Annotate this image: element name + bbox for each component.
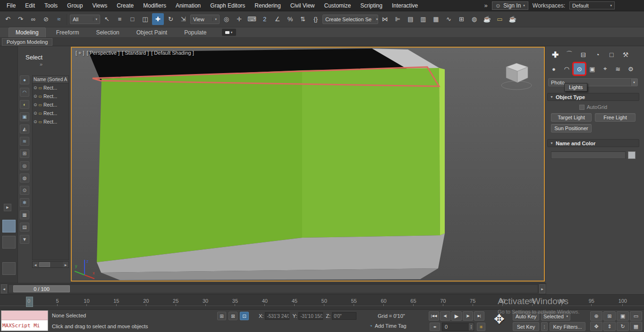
explorer-helpers-icon[interactable]: ◭ (20, 124, 29, 133)
visibility-eye-icon[interactable]: ⊙ (34, 94, 37, 99)
sign-in-dropdown[interactable]: ☺ Sign In ▾ (492, 1, 528, 10)
menu-item[interactable]: Tools (40, 2, 62, 9)
ribbon-tab[interactable]: Object Paint (130, 28, 174, 37)
light-type-dropdown[interactable]: Photo ▾ (548, 78, 638, 86)
explorer-cameras-icon[interactable]: ▣ (20, 112, 29, 121)
spacewarps-category-icon[interactable]: ≋ (612, 63, 624, 75)
use-pivot-center-icon[interactable]: ◎ (220, 13, 232, 25)
key-step-buttons[interactable]: ◂▸ (430, 323, 440, 331)
select-and-link-icon[interactable]: ∞ (27, 13, 39, 25)
key-filters-button[interactable]: Key Filters... (550, 322, 585, 331)
3d-scene[interactable]: z x y (72, 48, 544, 281)
go-to-end-button[interactable]: ▶| (474, 311, 484, 321)
object-color-swatch[interactable] (628, 151, 636, 159)
menu-item[interactable]: Animation (171, 2, 205, 9)
right-wall-edge[interactable] (439, 68, 445, 235)
time-back-button[interactable]: ◀ (1, 284, 7, 293)
scroll-right-icon[interactable]: ▶ (63, 262, 68, 267)
scene-object-row[interactable]: ⊙ ▭ Rect... (33, 109, 68, 117)
shapes-category-icon[interactable]: ◠ (561, 63, 572, 75)
material-editor-icon[interactable]: ◍ (468, 13, 480, 25)
display-tab-icon[interactable]: □ (606, 50, 617, 60)
ribbon-toggle-icon[interactable]: ▦ (430, 13, 442, 25)
panel-expand-chevrons[interactable]: » (40, 61, 42, 67)
menu-item[interactable]: Graph Editors (205, 2, 250, 9)
explorer-materials-icon[interactable]: ◍ (20, 174, 29, 183)
select-and-rotate-icon[interactable]: ↻ (165, 13, 177, 25)
viewport-label-segment[interactable]: [ Standard ] (122, 50, 149, 56)
scene-object-row[interactable]: ⊙ ▭ Rect... (33, 92, 68, 100)
unlink-selection-icon[interactable]: ⊘ (40, 13, 52, 25)
visibility-eye-icon[interactable]: ⊙ (34, 102, 37, 107)
motion-tab-icon[interactable]: ◔ (592, 50, 602, 60)
auto-key-button[interactable]: Auto Key (513, 312, 539, 321)
window-crossing-icon[interactable]: ◫ (139, 13, 151, 25)
spinner-down-icon[interactable]: ▾ (471, 327, 472, 329)
snap-status-icon[interactable]: ⊞ (217, 312, 226, 320)
keyboard-override-icon[interactable]: ⌨ (246, 13, 258, 25)
object-name-input[interactable] (551, 151, 626, 159)
ribbon-tab[interactable]: Selection (89, 28, 126, 37)
track-bar[interactable]: 0 5 10 15 20 25 30 35 40 45 50 55 60 65 … (0, 294, 644, 309)
scroll-left-icon[interactable]: ◀ (33, 262, 38, 267)
tool-swatch-active[interactable] (2, 220, 16, 232)
visibility-eye-icon[interactable]: ⊙ (34, 119, 37, 124)
ribbon-tab[interactable]: Freeform (50, 28, 86, 37)
select-and-scale-icon[interactable]: ⇲ (178, 13, 189, 25)
zoom-icon[interactable]: ⊕ (590, 311, 602, 321)
menu-item[interactable]: Civil View (286, 2, 320, 9)
set-key-button[interactable]: Set Key (513, 322, 539, 331)
menu-item[interactable]: File (2, 2, 20, 9)
explorer-shapes-icon[interactable]: ◠ (20, 88, 29, 97)
scrollbar-thumb[interactable] (39, 262, 50, 267)
menu-item[interactable]: Views (87, 2, 112, 9)
panel-flyout-button[interactable]: ▶ (4, 204, 11, 211)
menu-item[interactable]: Interactive (387, 2, 423, 9)
viewport-label-segment[interactable]: [ + ] (76, 50, 85, 56)
explorer-spacewarps-icon[interactable]: ≋ (20, 137, 29, 146)
zoom-region-icon[interactable]: ▭ (630, 311, 642, 321)
left-wall[interactable] (97, 70, 302, 262)
time-slider-track[interactable]: 0 / 100 (8, 284, 538, 293)
named-selection-set-dropdown[interactable]: Create Selection Se ▾ (322, 15, 378, 24)
time-slider-thumb[interactable]: 0 / 100 (13, 285, 70, 292)
snaps-toggle-icon[interactable]: 2 (259, 13, 271, 25)
spinner-snap-icon[interactable]: ⇅ (297, 13, 309, 25)
select-by-name-icon[interactable]: ≡ (114, 13, 126, 25)
viewport-label-segment[interactable]: [ Default Shading ] (151, 50, 194, 56)
visibility-eye-icon[interactable]: ⊙ (34, 85, 37, 90)
current-frame-field[interactable]: 0 ▴ ▾ (442, 323, 474, 331)
object-type-rollout-header[interactable]: ▼ Object Type (547, 93, 639, 101)
x-coordinate-field[interactable]: -531'3 24/3 (265, 312, 289, 320)
ribbon-tab[interactable]: Populate (178, 28, 213, 37)
orbit-icon[interactable]: ↻ (617, 322, 629, 331)
name-column-header[interactable]: Name (Sorted A (33, 76, 68, 83)
viewport-label-segment[interactable]: [ Perspective ] (87, 50, 120, 56)
explorer-xrefs-icon[interactable]: ◎ (20, 161, 29, 170)
render-setup-icon[interactable]: ☕ (481, 13, 493, 25)
helpers-category-icon[interactable]: ⌖ (600, 63, 611, 75)
absolute-offset-toggle[interactable]: ⊡ (240, 312, 249, 320)
time-forward-button[interactable]: ▶ (539, 284, 545, 293)
explorer-frozen-icon[interactable]: ❄ (20, 198, 29, 207)
key-mode-toggle[interactable]: ✳ (477, 323, 485, 331)
ribbon-tab[interactable]: Modeling (8, 27, 46, 37)
scene-object-row[interactable]: ⊙ ▭ Rect... (33, 117, 68, 126)
bind-to-space-warp-icon[interactable]: ≈ (53, 13, 65, 25)
scene-explorer-icon[interactable]: ▤ (405, 13, 416, 25)
go-to-start-button[interactable]: |◀◀ (429, 311, 439, 321)
next-frame-button[interactable]: |▶ (463, 311, 473, 321)
menu-item[interactable]: Scripting (356, 2, 387, 9)
menu-item[interactable]: Rendering (250, 2, 285, 9)
undo-icon[interactable]: ↶ (2, 13, 14, 25)
previous-frame-button[interactable]: ◀| (440, 311, 450, 321)
maxscript-mini-listener[interactable]: MAXScript Mi (1, 310, 48, 331)
reference-coordinate-dropdown[interactable]: View ▾ (190, 15, 220, 24)
add-time-tag[interactable]: ◔ Add Time Tag (369, 323, 407, 329)
light-create-button[interactable]: Target Light (551, 113, 592, 122)
named-selection-sets-icon[interactable]: {} (310, 13, 322, 25)
utilities-tab-icon[interactable]: ⚒ (620, 50, 631, 60)
geometry-category-icon[interactable]: ● (548, 63, 559, 75)
angle-snap-icon[interactable]: ∠ (271, 13, 283, 25)
layer-explorer-icon[interactable]: ▥ (417, 13, 429, 25)
